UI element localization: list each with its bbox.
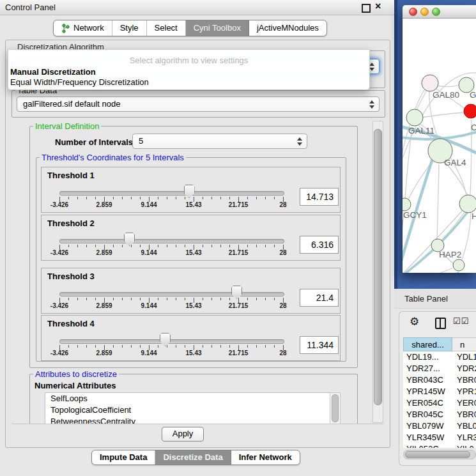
dropdown-item-manual-discretization[interactable]: Manual Discretization [10,67,96,77]
slider-thumb[interactable] [160,333,171,346]
slider-tick [140,298,141,300]
zoom-traffic-light-icon[interactable] [432,8,440,16]
slider-tick [140,197,141,199]
slider-tick [185,197,185,199]
tab-style[interactable]: Style [112,20,147,36]
slider-tick [95,298,96,300]
node-red[interactable] [464,104,476,118]
slider-tick [113,197,114,199]
table-horizontal-scrollbar[interactable] [403,450,476,459]
network-edge[interactable] [403,213,404,273]
column-header-name[interactable]: n [452,337,476,351]
slider-tick [86,197,87,199]
list-item[interactable]: SelfLoops [45,393,330,404]
network-edge[interactable] [421,112,464,118]
columns-icon[interactable] [435,318,446,329]
tab-impute-data[interactable]: Impute Data [92,450,155,464]
network-window-titlebar[interactable] [403,5,476,19]
node-gcy1[interactable] [403,198,411,211]
list-vertical-scrollbar[interactable] [330,392,341,424]
pane-divider [12,424,384,424]
numerical-attributes-list[interactable]: SelfLoops TopologicalCoefficient Between… [45,392,330,424]
slider-tick [247,298,248,300]
control-panel-titlebar: Control Panel × [0,0,394,15]
threshold-value-field[interactable]: 21.4 [300,289,339,307]
node-bottom[interactable] [453,259,464,271]
table-row[interactable]: YIL052CYIL0 [403,443,476,448]
column-header-shared-name[interactable]: shared... [403,337,452,351]
network-edge[interactable] [437,85,460,87]
table-data-combobox[interactable]: galFiltered.sif default node [17,96,380,112]
slider-tick [256,245,257,247]
slider-tick [265,298,266,300]
tab-infer-network[interactable]: Infer Network [231,450,300,464]
node-gal11[interactable] [406,109,423,126]
node-right[interactable] [459,195,476,213]
slider-tick [68,298,69,300]
table-row[interactable]: YPR145WYPR1 [403,386,476,397]
network-edge[interactable] [461,213,471,261]
table-row[interactable]: YDL19...YDL1 [403,351,476,363]
number-of-intervals-combobox[interactable]: 5 [132,134,307,149]
slider-tick [229,245,230,247]
node-gal80[interactable] [422,75,438,91]
slider-thumb[interactable] [124,233,135,246]
combo-arrows-icon [297,137,303,146]
table-row[interactable]: YBL079WYBL0 [403,420,476,432]
scrollbar-thumb[interactable] [332,394,339,422]
combo-arrows-icon [369,100,375,109]
table-row[interactable]: YER054CYER0 [403,397,476,409]
slider-tick [220,298,221,300]
tab-label: jActiveMNodules [257,20,319,36]
network-edge[interactable] [437,165,439,240]
gear-icon[interactable]: ⚙ [410,315,419,328]
tab-discretize-data[interactable]: Discretize Data [155,450,231,464]
network-edge[interactable] [441,212,464,241]
table-cell-shared-name: YER054C [403,397,452,409]
node-table[interactable]: shared... n YDL19...YDL1YDR27...YDR2YBR0… [403,337,476,448]
table-row[interactable]: YBR043CYBR0 [403,374,476,386]
slider-tick-label: 28 [267,302,299,309]
slider-tick [265,345,266,348]
slider-track[interactable] [59,239,284,243]
threshold-panel-2: Threshold 2-3.4262.8599.14415.4321.71528… [41,215,341,261]
dropdown-item-equal-width-frequency[interactable]: Equal Width/Frequency Discretization [10,77,149,87]
threshold-value-field[interactable]: 6.316 [300,236,339,254]
slider-tick [167,298,167,300]
scrollbar-thumb[interactable] [374,129,382,405]
slider-track[interactable] [59,191,284,196]
minimize-traffic-light-icon[interactable] [420,8,429,16]
tab-network[interactable]: Network [54,20,112,36]
float-window-icon[interactable] [362,4,371,13]
slider-track[interactable] [59,292,284,296]
slider-tick [167,345,167,348]
list-item[interactable]: TopologicalCoefficient [45,404,330,416]
threshold-value-field[interactable]: 14.713 [300,188,339,206]
threshold-label: Threshold 2 [47,219,95,228]
network-canvas[interactable]: GAL80GCGAL11GAL4GCY1HHAP2 [403,18,476,273]
table-row[interactable]: YDR27...YDR2 [403,363,476,374]
slider-track[interactable] [59,339,284,344]
settings-vertical-scrollbar[interactable] [372,121,383,423]
checkboxes-icon[interactable]: ☑☑ [453,316,469,326]
tab-jactivemnodules[interactable]: jActiveMNodules [249,20,326,36]
slider-tick [95,345,96,348]
slider-thumb[interactable] [231,286,242,299]
slider-tick-label: 28 [267,201,299,208]
close-traffic-light-icon[interactable] [409,8,417,16]
network-view-window[interactable]: GAL80GCGAL11GAL4GCY1HHAP2 [403,5,476,273]
slider-thumb[interactable] [184,185,195,198]
tab-label: Impute Data [100,450,147,464]
table-row[interactable]: YBR045CYBR0 [403,409,476,420]
close-icon[interactable]: × [375,1,381,12]
tab-select[interactable]: Select [147,20,186,36]
slider-tick [211,245,212,247]
slider-tick [86,345,87,348]
threshold-value-field[interactable]: 11.344 [300,336,339,354]
table-row[interactable]: YLR345WYLR3 [403,432,476,443]
numerical-attributes-label: Numerical Attributes [35,381,116,390]
scrollbar-thumb[interactable] [405,451,470,458]
apply-button[interactable]: Apply [162,427,204,441]
table-data-value: galFiltered.sif default node [23,97,120,111]
tab-cyni-toolbox[interactable]: Cyni Toolbox [186,20,249,36]
